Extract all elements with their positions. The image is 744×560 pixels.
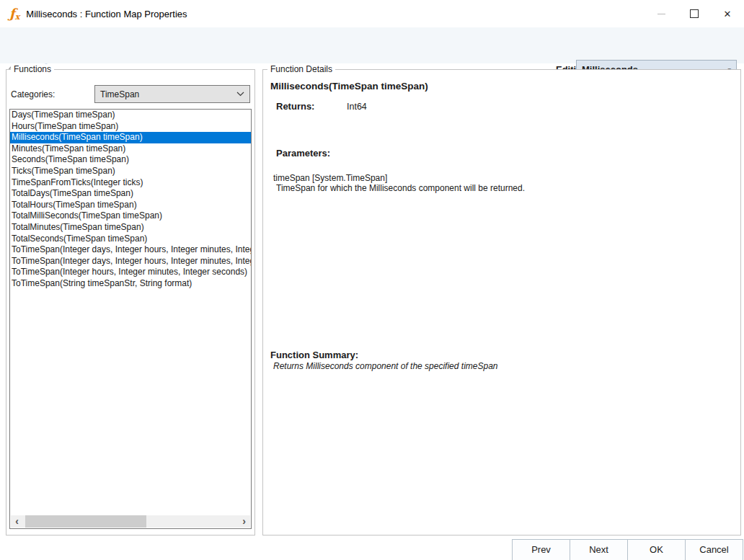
function-list-item[interactable]: ToTimeSpan(Integer days, Integer hours, … [10, 256, 251, 267]
chevron-down-icon [236, 92, 244, 97]
function-summary-label: Function Summary: [270, 350, 358, 360]
close-button[interactable]: ✕ [711, 0, 744, 27]
functions-groupbox: Functions Categories: TimeSpan Days(Time… [6, 69, 255, 535]
parameters-label: Parameters: [276, 148, 330, 159]
parameter-description: TimeSpan for which the Milliseconds comp… [276, 183, 525, 193]
function-list-item[interactable]: ToTimeSpan(Integer hours, Integer minute… [10, 267, 251, 278]
categories-combobox[interactable]: TimeSpan [94, 85, 250, 103]
functions-legend: Functions [11, 64, 54, 74]
categories-combobox-value: TimeSpan [100, 89, 139, 99]
categories-label: Categories: [11, 89, 55, 99]
function-list-item[interactable]: ToTimeSpan(Integer days, Integer hours, … [10, 244, 251, 256]
horizontal-scrollbar[interactable]: ‹ › [11, 515, 250, 528]
returns-label: Returns: [276, 101, 314, 112]
fx-app-icon: ƒx [9, 7, 19, 21]
minimize-button[interactable] [645, 0, 678, 27]
function-details-legend: Function Details [267, 64, 335, 74]
function-signature: Milliseconds(TimeSpan timeSpan) [270, 81, 428, 92]
parameter-name: timeSpan [System.TimeSpan] [273, 173, 387, 183]
returns-value: Int64 [347, 102, 367, 112]
function-list-item[interactable]: ToTimeSpan(String timeSpanStr, String fo… [10, 278, 251, 290]
function-list-item[interactable]: Milliseconds(TimeSpan timeSpan) [10, 132, 251, 143]
next-button[interactable]: Next [570, 539, 628, 560]
function-list-item[interactable]: Ticks(TimeSpan timeSpan) [10, 166, 251, 177]
window-title: Milliseconds : Function Map Properties [26, 9, 187, 19]
minimize-icon [657, 14, 665, 14]
window-controls: ✕ [645, 0, 744, 27]
function-list-item[interactable]: Minutes(TimeSpan timeSpan) [10, 143, 251, 155]
maximize-button[interactable] [678, 0, 711, 27]
ok-button[interactable]: OK [627, 539, 686, 560]
function-list-item[interactable]: TotalMilliSeconds(TimeSpan timeSpan) [10, 210, 251, 222]
function-list-item[interactable]: TotalMinutes(TimeSpan timeSpan) [10, 222, 251, 234]
function-list-item[interactable]: Hours(TimeSpan timeSpan) [10, 121, 251, 133]
function-list-item[interactable]: TotalSeconds(TimeSpan timeSpan) [10, 234, 251, 245]
prev-button[interactable]: Prev [512, 539, 570, 560]
maximize-icon [690, 9, 699, 18]
scrollbar-thumb[interactable] [25, 515, 146, 528]
function-summary-text: Returns Milliseconds component of the sp… [273, 361, 498, 371]
function-list-item[interactable]: TimeSpanFromTicks(Integer ticks) [10, 177, 251, 189]
function-list-item[interactable]: TotalHours(TimeSpan timeSpan) [10, 200, 251, 211]
function-list-item[interactable]: Seconds(TimeSpan timeSpan) [10, 154, 251, 166]
toolbar: ▾ Editing: Milliseconds ▾ [0, 27, 744, 63]
function-list: Days(TimeSpan timeSpan) Hours(TimeSpan t… [9, 109, 252, 529]
function-map-properties-window: ƒx Milliseconds : Function Map Propertie… [0, 0, 744, 560]
function-details-groupbox: Function Details Milliseconds(TimeSpan t… [262, 69, 741, 535]
function-list-item[interactable]: TotalDays(TimeSpan timeSpan) [10, 188, 251, 200]
scroll-right-icon[interactable]: › [238, 516, 250, 527]
title-bar: ƒx Milliseconds : Function Map Propertie… [0, 0, 744, 27]
function-list-item[interactable]: Days(TimeSpan timeSpan) [10, 110, 251, 121]
scroll-left-icon[interactable]: ‹ [11, 516, 23, 527]
close-icon: ✕ [724, 9, 732, 19]
cancel-button[interactable]: Cancel [685, 539, 743, 560]
